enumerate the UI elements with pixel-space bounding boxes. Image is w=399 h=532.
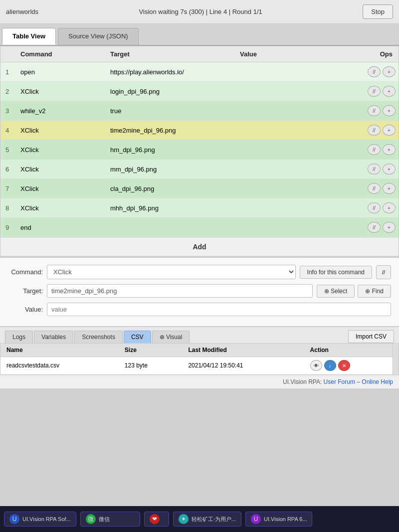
table-row[interactable]: 8 XClick mhh_dpi_96.png // + bbox=[0, 198, 399, 218]
tab-source-view[interactable]: Source View (JSON) bbox=[58, 28, 139, 45]
ops-add-btn[interactable]: + bbox=[383, 105, 396, 116]
select-button[interactable]: ⊕ Select bbox=[317, 285, 355, 298]
ops-comment-btn[interactable]: // bbox=[368, 144, 381, 155]
title-bar: alienworlds Vision waiting 7s (300) | Li… bbox=[0, 0, 399, 24]
ops-comment-btn[interactable]: // bbox=[368, 202, 381, 213]
ops-btns: // + bbox=[310, 125, 396, 136]
csv-actions: 👁 ↓ ✕ bbox=[304, 357, 399, 374]
row-command: while_v2 bbox=[15, 101, 105, 121]
taskbar-item-uivision2[interactable]: U UI.Vision RPA 6... bbox=[245, 512, 312, 527]
ops-comment-btn[interactable]: // bbox=[368, 66, 381, 77]
csv-download-btn[interactable]: ↓ bbox=[324, 360, 336, 371]
table-row[interactable]: 3 while_v2 true // + bbox=[0, 101, 399, 121]
user-forum-link[interactable]: User Forum bbox=[324, 378, 355, 385]
col-ops-header: Ops bbox=[305, 46, 399, 62]
ops-add-btn[interactable]: + bbox=[383, 164, 396, 175]
comment-button[interactable]: // bbox=[376, 265, 391, 279]
row-ops: // + bbox=[305, 121, 399, 140]
row-value bbox=[235, 160, 305, 179]
stop-button[interactable]: Stop bbox=[363, 4, 393, 19]
taskbar-item-uivision1[interactable]: U UI.Vision RPA Sof... bbox=[4, 512, 76, 527]
col-target-header: Target bbox=[105, 46, 235, 62]
ops-btns: // + bbox=[310, 202, 396, 213]
ops-add-btn[interactable]: + bbox=[383, 66, 396, 77]
tab-csv[interactable]: CSV bbox=[124, 331, 151, 343]
ops-comment-btn[interactable]: // bbox=[368, 164, 381, 175]
row-value bbox=[235, 218, 305, 237]
csv-col-size: Size bbox=[119, 344, 183, 357]
row-target: login_dpi_96.png bbox=[105, 82, 235, 101]
ops-add-btn[interactable]: + bbox=[383, 144, 396, 155]
row-target: mhh_dpi_96.png bbox=[105, 198, 235, 218]
footer-text: UI.Vision RPA: bbox=[283, 378, 324, 385]
import-csv-button[interactable]: Import CSV bbox=[348, 330, 394, 343]
row-ops: // + bbox=[305, 82, 399, 101]
row-command: XClick bbox=[15, 198, 105, 218]
find-button[interactable]: ⊕ Find bbox=[358, 285, 391, 298]
tab-visual[interactable]: ⊕ Visual bbox=[152, 331, 190, 343]
row-command: end bbox=[15, 218, 105, 237]
taskbar-item-red[interactable]: ❤ bbox=[144, 512, 169, 527]
taskbar-icon-wechat: 微 bbox=[86, 514, 96, 524]
ops-btns: // + bbox=[310, 144, 396, 155]
row-ops: // + bbox=[305, 140, 399, 160]
ops-comment-btn[interactable]: // bbox=[368, 183, 381, 194]
row-num: 6 bbox=[0, 160, 15, 179]
ops-add-btn[interactable]: + bbox=[383, 125, 396, 136]
taskbar-item-wechat[interactable]: 微 微信 bbox=[80, 512, 140, 527]
bottom-tabs: Logs Variables Screenshots CSV ⊕ Visual … bbox=[0, 326, 399, 343]
add-button[interactable]: Add bbox=[193, 243, 206, 251]
table-row[interactable]: 6 XClick mm_dpi_96.png // + bbox=[0, 160, 399, 179]
ops-comment-btn[interactable]: // bbox=[368, 105, 381, 116]
ops-btns: // + bbox=[310, 105, 396, 116]
ops-btns: // + bbox=[310, 222, 396, 233]
ops-add-btn[interactable]: + bbox=[383, 86, 396, 97]
table-row[interactable]: 1 open https://play.alienworlds.io/ // + bbox=[0, 62, 399, 82]
online-help-link[interactable]: Online Help bbox=[362, 378, 393, 385]
col-command-header: Command bbox=[15, 46, 105, 62]
target-row: Target: ⊕ Select ⊕ Find bbox=[8, 284, 391, 298]
tab-screenshots[interactable]: Screenshots bbox=[74, 331, 123, 343]
taskbar-icon-uivision2: U bbox=[251, 514, 261, 524]
taskbar-label-miner: 轻松矿工·为用户... bbox=[192, 516, 236, 523]
command-label: Command: bbox=[8, 268, 43, 276]
footer: UI.Vision RPA: User Forum – Online Help bbox=[0, 375, 399, 388]
row-ops: // + bbox=[305, 218, 399, 237]
scrollbar[interactable] bbox=[393, 344, 399, 374]
ops-add-btn[interactable]: + bbox=[383, 202, 396, 213]
csv-modified: 2021/04/12 19:50:41 bbox=[182, 357, 304, 374]
row-value bbox=[235, 179, 305, 198]
ops-comment-btn[interactable]: // bbox=[368, 86, 381, 97]
csv-view-btn[interactable]: 👁 bbox=[310, 360, 322, 371]
target-input[interactable] bbox=[47, 284, 313, 298]
select-find-group: ⊕ Select ⊕ Find bbox=[317, 285, 391, 298]
row-target: time2mine_dpi_96.png bbox=[105, 121, 235, 140]
row-value bbox=[235, 101, 305, 121]
ops-comment-btn[interactable]: // bbox=[368, 125, 381, 136]
table-row[interactable]: 7 XClick cla_dpi_96.png // + bbox=[0, 179, 399, 198]
taskbar-icon-miner: ✦ bbox=[179, 514, 189, 524]
ops-comment-btn[interactable]: // bbox=[368, 222, 381, 233]
table-row[interactable]: 4 XClick time2mine_dpi_96.png // + bbox=[0, 121, 399, 140]
row-command: XClick bbox=[15, 140, 105, 160]
table-row[interactable]: 2 XClick login_dpi_96.png // + bbox=[0, 82, 399, 101]
row-command: XClick bbox=[15, 179, 105, 198]
taskbar-icon-uivision1: U bbox=[9, 514, 19, 524]
target-label: Target: bbox=[8, 287, 43, 295]
ops-add-btn[interactable]: + bbox=[383, 183, 396, 194]
row-ops: // + bbox=[305, 101, 399, 121]
tab-table-view[interactable]: Table View bbox=[2, 28, 56, 45]
command-select[interactable]: XClick bbox=[47, 265, 296, 279]
table-row[interactable]: 5 XClick hm_dpi_96.png // + bbox=[0, 140, 399, 160]
taskbar-item-miner[interactable]: ✦ 轻松矿工·为用户... bbox=[173, 512, 241, 527]
info-button[interactable]: Info for this command bbox=[300, 266, 372, 279]
row-num: 4 bbox=[0, 121, 15, 140]
taskbar-label-uivision1: UI.Vision RPA Sof... bbox=[22, 516, 71, 522]
ops-add-btn[interactable]: + bbox=[383, 222, 396, 233]
tab-variables[interactable]: Variables bbox=[34, 331, 73, 343]
csv-delete-btn[interactable]: ✕ bbox=[338, 360, 350, 371]
col-value-header: Value bbox=[235, 46, 305, 62]
value-input[interactable] bbox=[47, 303, 391, 316]
tab-logs[interactable]: Logs bbox=[5, 331, 33, 343]
table-row[interactable]: 9 end // + bbox=[0, 218, 399, 237]
